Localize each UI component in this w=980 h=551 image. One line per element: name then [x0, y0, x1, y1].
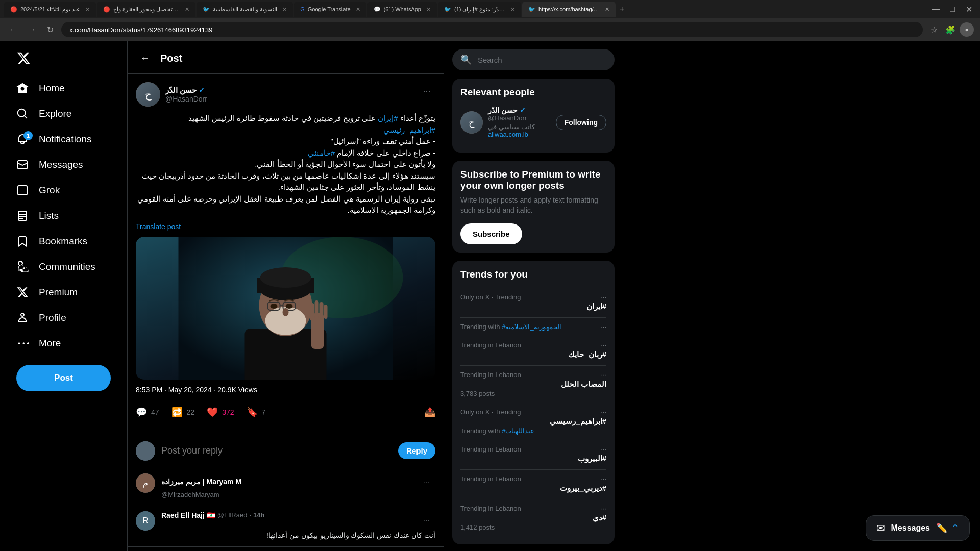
subscribe-button[interactable]: Subscribe [460, 223, 522, 244]
relevant-person-avatar[interactable]: ح [460, 111, 483, 134]
messages-widget-icon: ✉ [876, 522, 885, 534]
tab-close-2[interactable]: ✕ [185, 6, 189, 13]
bookmark-icon: 🔖 [247, 407, 258, 418]
back-button[interactable]: ← [136, 49, 154, 67]
retweets-count[interactable]: 🔁 22 [172, 407, 195, 418]
svg-rect-20 [320, 302, 324, 319]
tweet-container: ح حسن الدّر ✓ @HasanDorr ··· يتوزّع أعدا… [128, 74, 444, 435]
messages-widget[interactable]: ✉ Messages ✏️ ⌃ [866, 515, 970, 541]
tab-7[interactable]: 🐦 https://x.com/hashtag/حسام/ ✕ [522, 2, 616, 17]
bio-link[interactable]: aliwaa.com.lb [488, 131, 528, 138]
twitter-logo[interactable] [8, 45, 119, 73]
follow-button[interactable]: Following [556, 115, 606, 130]
trend-item-6[interactable]: Trending in Lebanon ··· #البيروب [460, 440, 606, 470]
sidebar-item-notifications[interactable]: Notifications 1 [8, 127, 119, 152]
trend-item-8[interactable]: Trending in Lebanon ··· #دي 1,412 posts [460, 499, 606, 536]
trend-more-1[interactable]: ··· [601, 293, 606, 301]
comment-2-text: أنت كان عندك نفس الشكوك والسيناريو بيكون… [161, 531, 435, 541]
trend-item-5[interactable]: Only on X · Trending ··· #ابراهيم_رسيسي … [460, 403, 606, 440]
close-window-button[interactable]: ✕ [962, 2, 976, 16]
trend-item-2[interactable]: Trending with #الجمهوريه_الاسلاميه ··· [460, 318, 606, 336]
tab-3[interactable]: 🐦 النسوية والقضية الفلسطينية ✕ [197, 2, 293, 17]
trend-posts-8: 1,412 posts [460, 523, 606, 531]
address-bar[interactable] [61, 22, 923, 37]
new-tab-button[interactable]: + [617, 5, 627, 14]
bookmark-page-button[interactable]: ☆ [927, 22, 941, 37]
reply-submit-button[interactable]: Reply [398, 442, 435, 459]
nav-actions: ☆ 🧩 ● [927, 22, 974, 37]
relevant-person-name: حسن الدّر ✓ [488, 106, 551, 114]
tab-bar: 🔴 2024/5/21 عند يوم الثلاثاء ✕ 🔴 خسارة ف… [0, 0, 980, 18]
comment-1-more[interactable]: ··· [418, 473, 435, 491]
right-sidebar: 🔍 Relevant people ح حسن الدّر ✓ @HasanDo… [444, 41, 623, 551]
sidebar-item-messages[interactable]: Messages [8, 153, 119, 177]
search-input[interactable] [478, 56, 606, 64]
trend-item-3[interactable]: Trending in Lebanon ··· #ربان_حايك [460, 336, 606, 366]
tab-1[interactable]: 🔴 2024/5/21 عند يوم الثلاثاء ✕ [4, 2, 96, 17]
author-details: حسن الدّر ✓ @HasanDorr [165, 86, 207, 103]
relevant-people-title: Relevant people [460, 87, 606, 98]
commenter-1-avatar[interactable]: م [136, 473, 155, 493]
sidebar-item-premium[interactable]: Premium [8, 280, 119, 305]
trend-more-4[interactable]: ··· [601, 371, 606, 379]
hashtag-iran[interactable]: #إيران [378, 114, 398, 122]
tab-close-7[interactable]: ✕ [605, 6, 609, 13]
trend-more-3[interactable]: ··· [601, 341, 606, 349]
trend-name-4: المصاب الحلل [460, 380, 606, 389]
trend-more-5[interactable]: ··· [601, 408, 606, 416]
sidebar-item-grok[interactable]: Grok [8, 178, 119, 203]
tab-close-6[interactable]: ✕ [510, 6, 515, 13]
back-button[interactable]: ← [6, 22, 20, 37]
browser-profile[interactable]: ● [960, 22, 974, 37]
refresh-button[interactable]: ↻ [43, 22, 57, 37]
tab-close-5[interactable]: ✕ [426, 6, 431, 13]
tab-close-1[interactable]: ✕ [85, 6, 90, 13]
tab-2[interactable]: 🔴 خسارة فادحة تفاصيل ومحور العقارة وأج ✕ [97, 2, 195, 17]
trend-item-1[interactable]: Only on X · Trending ··· #ايران [460, 288, 606, 318]
comment-item-1: م مريم ميرزاده | Maryam M ··· @MirzadehM… [128, 467, 444, 505]
trend-name-6: #البيروب [460, 454, 606, 463]
comment-2-more[interactable]: ··· [418, 511, 435, 529]
trend-more-7[interactable]: ··· [601, 475, 606, 483]
sidebar-item-communities[interactable]: Communities [8, 255, 119, 279]
mention-raisi[interactable]: #ابراهيم_رئيسي [383, 126, 435, 134]
forward-button[interactable]: → [24, 22, 39, 37]
post-button[interactable]: Post [16, 365, 111, 391]
browser-chrome: 🔴 2024/5/21 عند يوم الثلاثاء ✕ 🔴 خسارة ف… [0, 0, 980, 41]
sidebar-item-profile[interactable]: Profile [8, 306, 119, 330]
tab-close-4[interactable]: ✕ [356, 6, 360, 13]
explore-icon [16, 108, 29, 120]
bookmarks-count[interactable]: 🔖 7 [247, 407, 266, 418]
sidebar-item-more[interactable]: More [8, 331, 119, 356]
mention-khamenei[interactable]: #خامنئي [308, 148, 335, 157]
reply-input[interactable] [161, 445, 392, 456]
minimize-button[interactable]: — [929, 2, 943, 16]
tab-close-3[interactable]: ✕ [282, 6, 287, 13]
tab-5[interactable]: 💬 (61) WhatsApp ✕ [368, 2, 437, 17]
likes-count[interactable]: ❤️ 372 [207, 407, 234, 418]
trend-more-8[interactable]: ··· [601, 505, 606, 512]
comments-count[interactable]: 💬 47 [136, 407, 159, 418]
sidebar-item-home[interactable]: Home [8, 76, 119, 101]
home-icon [16, 82, 29, 94]
tweet-more-button[interactable]: ··· [418, 82, 435, 99]
compose-message-button[interactable]: ✏️ [936, 522, 947, 534]
sidebar-item-lists[interactable]: Lists [8, 204, 119, 228]
expand-messages-button[interactable]: ⌃ [951, 522, 959, 534]
author-avatar[interactable]: ح [136, 82, 160, 107]
tab-4[interactable]: G Google Translate ✕ [294, 2, 366, 17]
trend-more-2[interactable]: ··· [601, 323, 606, 331]
trend-item-4[interactable]: Trending in Lebanon ··· المصاب الحلل 3,7… [460, 366, 606, 403]
commenter-2-avatar[interactable]: R [136, 511, 155, 531]
maximize-button[interactable]: □ [945, 2, 960, 16]
trend-item-7[interactable]: Trending in Lebanon ··· #ديربي_بيروت [460, 470, 606, 499]
trend-more-6[interactable]: ··· [601, 445, 606, 453]
left-sidebar: Home Explore Notifications 1 Messages [0, 41, 128, 551]
share-button[interactable]: 📤 [424, 407, 435, 418]
extensions-button[interactable]: 🧩 [943, 22, 958, 37]
bookmarks-icon [16, 235, 29, 247]
sidebar-item-bookmarks[interactable]: Bookmarks [8, 229, 119, 254]
tab-6[interactable]: 🐦 حسن الدّر: منوع #إبران (1) ✕ [438, 2, 521, 17]
sidebar-item-explore[interactable]: Explore [8, 102, 119, 126]
translate-post-link[interactable]: Translate post [136, 222, 435, 231]
